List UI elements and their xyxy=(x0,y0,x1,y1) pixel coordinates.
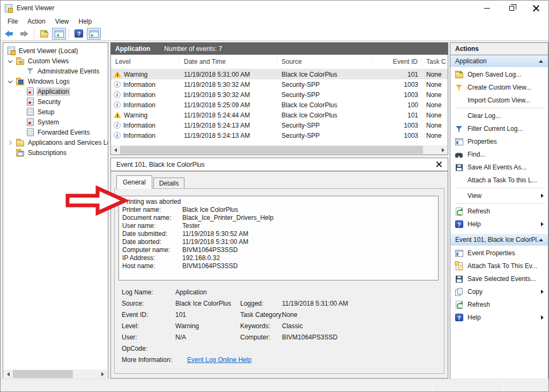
tree-item-applications-and-services[interactable]: Applications and Services Lo xyxy=(3,137,108,147)
chevron-right-icon[interactable] xyxy=(8,140,13,145)
event-count: Number of events: 7 xyxy=(164,45,222,53)
action-help[interactable]: Help xyxy=(450,218,548,231)
column-headers: Level Date and Time Source Event ID Task… xyxy=(111,55,448,69)
action-save-selected-events[interactable]: Save Selected Events... xyxy=(450,272,548,285)
tree-item-event-viewer-local[interactable]: Event Viewer (Local) xyxy=(3,46,108,56)
close-button[interactable] xyxy=(524,1,548,16)
menu-file[interactable]: File xyxy=(3,17,23,26)
action-refresh-event[interactable]: Refresh xyxy=(450,298,548,311)
action-refresh[interactable]: Refresh xyxy=(450,205,548,218)
tree-item-custom-views[interactable]: Custom Views xyxy=(3,56,108,66)
tree-item-system[interactable]: System xyxy=(3,117,108,127)
tab-details[interactable]: Details xyxy=(153,177,185,189)
collapse-icon[interactable] xyxy=(539,239,543,241)
row-task-category: None xyxy=(422,81,448,88)
event-row[interactable]: Information 11/19/2018 5:30:32 AM Securi… xyxy=(111,79,448,90)
close-preview-icon[interactable] xyxy=(435,161,442,168)
action-save-all-events-as[interactable]: Save All Events As... xyxy=(450,161,548,174)
back-button[interactable] xyxy=(2,28,16,40)
actions-section-event[interactable]: Event 101, Black Ice ColorPl... xyxy=(450,234,548,246)
tree-item-administrative-events[interactable]: Administrative Events xyxy=(3,66,108,76)
scroll-right-button[interactable] xyxy=(439,145,448,154)
action-help-event[interactable]: Help xyxy=(450,311,548,324)
tree-item-forwarded-events[interactable]: Forwarded Events xyxy=(3,127,108,137)
action-open-saved-log[interactable]: Open Saved Log... xyxy=(450,68,548,81)
actions-separator xyxy=(456,203,545,204)
scroll-left-button[interactable] xyxy=(4,369,13,379)
tree-item-application[interactable]: Application xyxy=(3,86,108,97)
save-icon xyxy=(456,276,463,283)
event-row[interactable]: Information 11/19/2018 5:24:13 AM Securi… xyxy=(111,130,448,140)
field-value: Black Ice ColorPlus xyxy=(175,300,240,307)
show-console-tree-button[interactable] xyxy=(52,28,66,40)
column-date-time[interactable]: Date and Time xyxy=(180,57,277,66)
event-row[interactable]: Warning 11/19/2018 5:24:44 AM Black Ice … xyxy=(111,110,448,120)
event-viewer-window: { "window": { "title": "Event Viewer" },… xyxy=(0,0,549,392)
action-find[interactable]: Find... xyxy=(450,148,548,161)
event-row[interactable]: Information 11/19/2018 5:30:32 AM Securi… xyxy=(111,90,448,100)
event-row[interactable]: Information 11/19/2018 5:25:09 AM Black … xyxy=(111,100,448,110)
action-event-properties[interactable]: Event Properties xyxy=(450,247,548,260)
menu-help[interactable]: Help xyxy=(74,17,97,26)
tree-item-windows-logs[interactable]: Windows Logs xyxy=(3,76,108,86)
scrollbar-thumb[interactable] xyxy=(13,370,73,378)
help-button[interactable] xyxy=(72,28,86,40)
event-log-online-help-link[interactable]: Event Log Online Help xyxy=(187,356,251,364)
field-label: User: xyxy=(122,334,175,341)
action-clear-log[interactable]: Clear Log... xyxy=(450,109,548,122)
forward-icon xyxy=(20,31,28,37)
action-view[interactable]: View xyxy=(450,189,548,202)
tree-horizontal-scrollbar[interactable] xyxy=(4,369,107,379)
action-filter-current-log[interactable]: Filter Current Log... xyxy=(450,122,548,135)
column-level[interactable]: Level xyxy=(111,57,180,66)
description-label: Date aborted: xyxy=(122,238,182,246)
menu-view[interactable]: View xyxy=(50,17,74,26)
row-task-category: None xyxy=(422,101,448,109)
actions-section-application[interactable]: Application xyxy=(450,55,548,67)
restore-button[interactable] xyxy=(499,1,524,16)
field-value: BIVM1064PS3SSD xyxy=(282,334,337,341)
row-datetime: 11/19/2018 5:24:44 AM xyxy=(180,112,277,119)
column-event-id[interactable]: Event ID xyxy=(373,57,422,66)
chevron-down-icon[interactable] xyxy=(8,58,13,64)
forward-button[interactable] xyxy=(17,28,31,40)
action-attach-task-to-event[interactable]: Attach Task To This Ev... xyxy=(450,260,548,272)
actions-header: Actions xyxy=(450,43,548,55)
export-log-button[interactable] xyxy=(37,28,51,40)
column-task-category[interactable]: Task C xyxy=(422,57,448,66)
column-source[interactable]: Source xyxy=(277,57,373,66)
action-copy[interactable]: Copy xyxy=(450,285,548,298)
action-label: Filter Current Log... xyxy=(468,125,544,132)
action-import-custom-view[interactable]: Import Custom View... xyxy=(450,94,548,107)
action-label: Import Custom View... xyxy=(468,97,544,104)
tree-item-setup[interactable]: Setup xyxy=(3,107,108,117)
action-properties[interactable]: Properties xyxy=(450,135,548,148)
scrollbar-thumb[interactable] xyxy=(120,146,423,154)
event-row[interactable]: Information 11/19/2018 5:24:13 AM Securi… xyxy=(111,120,448,130)
show-action-pane-icon xyxy=(90,31,99,38)
action-attach-task-to-log[interactable]: Attach a Task To this L... xyxy=(450,174,548,187)
minimize-icon xyxy=(484,8,490,9)
chevron-down-icon[interactable] xyxy=(8,79,13,84)
row-task-category: None xyxy=(422,122,448,129)
scroll-right-button[interactable] xyxy=(98,369,107,379)
row-level: Information xyxy=(123,101,155,109)
collapse-icon[interactable] xyxy=(539,60,543,63)
event-row[interactable]: Warning 11/19/2018 5:31:00 AM Black Ice … xyxy=(111,69,448,79)
list-horizontal-scrollbar[interactable] xyxy=(111,145,448,154)
event-description-box[interactable]: Printing was aborted Printer name:Black … xyxy=(118,196,439,280)
tree-item-security[interactable]: Security xyxy=(3,97,108,107)
description-label: Printer name: xyxy=(122,206,182,214)
menu-action[interactable]: Action xyxy=(23,17,50,26)
system-log-icon xyxy=(27,118,34,126)
action-label: Clear Log... xyxy=(468,112,544,120)
tree-item-subscriptions[interactable]: Subscriptions xyxy=(3,147,108,158)
help-icon xyxy=(75,29,83,38)
refresh-icon xyxy=(456,208,463,216)
scroll-left-button[interactable] xyxy=(111,145,120,154)
minimize-button[interactable] xyxy=(474,1,499,16)
open-folder-icon xyxy=(455,72,463,78)
show-action-pane-button[interactable] xyxy=(87,28,101,40)
event-viewer-icon xyxy=(8,47,15,55)
action-create-custom-view[interactable]: Create Custom View... xyxy=(450,81,548,94)
